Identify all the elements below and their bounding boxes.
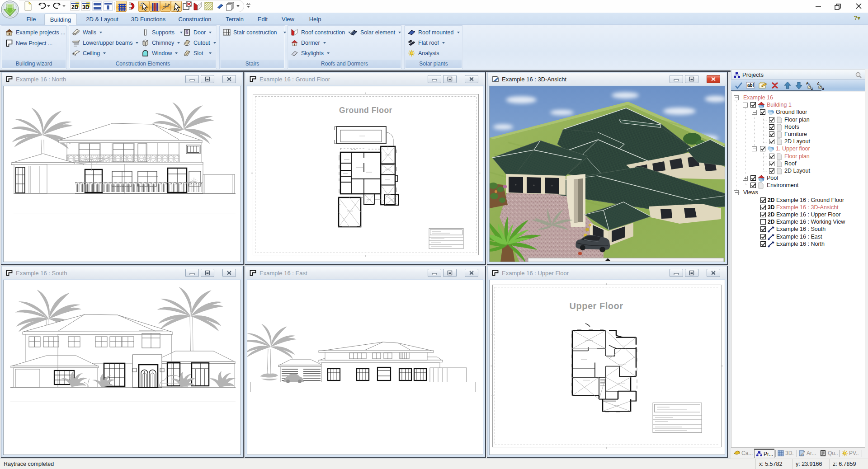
svg-text:3D: 3D bbox=[82, 4, 90, 10]
svg-text:a: a bbox=[822, 86, 824, 90]
svg-text:abl: abl bbox=[747, 83, 754, 88]
svg-text:z: z bbox=[811, 86, 813, 90]
svg-text:Z.: Z. bbox=[817, 81, 821, 85]
svg-text:2D: 2D bbox=[71, 4, 79, 10]
svg-text:Ground Floor: Ground Floor bbox=[339, 106, 392, 115]
svg-text:A.: A. bbox=[806, 81, 810, 85]
svg-text:Upper Floor: Upper Floor bbox=[570, 301, 623, 311]
